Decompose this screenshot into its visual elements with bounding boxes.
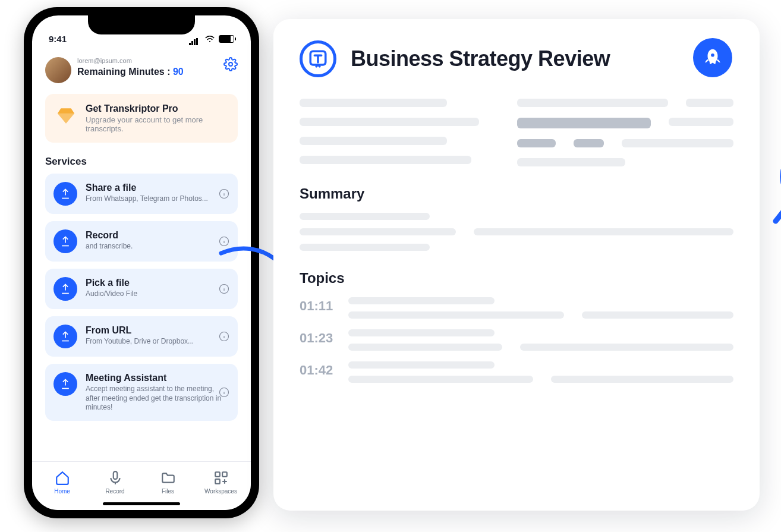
upload-icon	[53, 325, 77, 348]
magnifier-icon	[770, 138, 781, 233]
rocket-icon	[703, 48, 723, 68]
service-title: Meeting Assistant	[86, 372, 229, 383]
service-share-file[interactable]: Share a file From Whatsapp, Telegram or …	[45, 174, 238, 214]
topic-timestamp: 01:11	[300, 297, 336, 314]
folder-icon	[160, 470, 176, 486]
user-email: lorem@ipsum.com	[77, 57, 218, 65]
service-subtitle: From Whatsapp, Telegram or Photos...	[86, 194, 208, 204]
minutes-label: Remaining Minutes :	[77, 67, 170, 77]
service-subtitle: From Youtube, Drive or Dropbox...	[86, 337, 194, 347]
info-icon[interactable]	[219, 331, 229, 342]
transkriptor-logo	[300, 40, 336, 77]
service-pick-file[interactable]: Pick a file Audio/Video File	[45, 269, 238, 309]
tab-label: Record	[105, 488, 124, 495]
phone-frame: 9:41 lorem@ipsum.com Remaining Minutes :…	[24, 7, 259, 518]
topic-row[interactable]: 01:11	[300, 297, 733, 319]
services-heading: Services	[45, 156, 238, 168]
svg-point-0	[209, 40, 210, 42]
topics-heading: Topics	[300, 270, 733, 287]
grid-plus-icon	[213, 470, 229, 486]
service-subtitle: Audio/Video File	[86, 289, 137, 299]
service-from-url[interactable]: From URL From Youtube, Drive or Dropbox.…	[45, 316, 238, 357]
service-title: From URL	[86, 325, 194, 336]
summary-heading: Summary	[300, 185, 733, 202]
svg-rect-9	[222, 472, 227, 477]
info-icon[interactable]	[219, 188, 229, 199]
upload-icon	[53, 229, 77, 253]
upload-icon	[53, 372, 77, 396]
gear-icon[interactable]	[223, 57, 238, 71]
tab-label: Home	[54, 488, 70, 495]
battery-icon	[219, 35, 234, 43]
tab-home[interactable]: Home	[36, 465, 89, 510]
summary-skeleton	[300, 213, 733, 251]
svg-point-1	[229, 62, 232, 66]
upload-icon	[53, 182, 77, 206]
tab-label: Files	[162, 488, 174, 495]
promo-subtitle: Upgrade your account to get more transcr…	[86, 115, 227, 133]
promo-card[interactable]: Get Transkriptor Pro Upgrade your accoun…	[45, 94, 238, 143]
info-icon[interactable]	[219, 236, 229, 247]
upload-icon	[53, 277, 77, 301]
info-icon[interactable]	[219, 387, 229, 398]
panel-title: Business Strategy Review	[351, 46, 610, 71]
service-title: Pick a file	[86, 277, 137, 288]
user-row: lorem@ipsum.com Remaining Minutes : 90	[45, 53, 238, 83]
svg-line-15	[776, 200, 781, 221]
svg-rect-10	[215, 479, 220, 484]
mic-icon	[108, 470, 123, 486]
topic-timestamp: 01:42	[300, 361, 336, 378]
promo-title: Get Transkriptor Pro	[86, 103, 227, 114]
info-icon[interactable]	[219, 284, 229, 294]
status-time: 9:41	[49, 34, 67, 44]
remaining-minutes: Remaining Minutes : 90	[77, 66, 218, 77]
svg-rect-8	[215, 472, 220, 477]
skeleton-block	[300, 99, 733, 166]
wifi-icon	[204, 35, 215, 43]
topic-row[interactable]: 01:23	[300, 329, 733, 351]
service-subtitle: Accept meeting assistant to the meeting,…	[86, 385, 229, 413]
service-title: Share a file	[86, 182, 208, 193]
rocket-button[interactable]	[693, 38, 732, 77]
result-panel: Business Strategy Review Summary Topics …	[273, 19, 760, 511]
phone-screen: 9:41 lorem@ipsum.com Remaining Minutes :…	[32, 15, 251, 510]
tab-workspaces[interactable]: Workspaces	[194, 465, 247, 510]
signal-icon	[189, 35, 201, 42]
notch	[88, 15, 195, 34]
home-indicator	[103, 502, 180, 505]
svg-point-12	[711, 53, 714, 57]
service-record[interactable]: Record and transcribe.	[45, 221, 238, 262]
diamond-icon	[56, 106, 76, 126]
service-meeting-assistant[interactable]: Meeting Assistant Accept meeting assista…	[45, 364, 238, 421]
topic-timestamp: 01:23	[300, 329, 336, 346]
tab-label: Workspaces	[204, 488, 237, 495]
svg-rect-7	[113, 471, 117, 479]
topic-row[interactable]: 01:42	[300, 361, 733, 383]
home-icon	[55, 470, 70, 486]
minutes-value: 90	[173, 67, 184, 77]
avatar[interactable]	[45, 57, 71, 83]
service-title: Record	[86, 229, 133, 241]
service-subtitle: and transcribe.	[86, 242, 133, 251]
status-icons	[189, 35, 234, 43]
